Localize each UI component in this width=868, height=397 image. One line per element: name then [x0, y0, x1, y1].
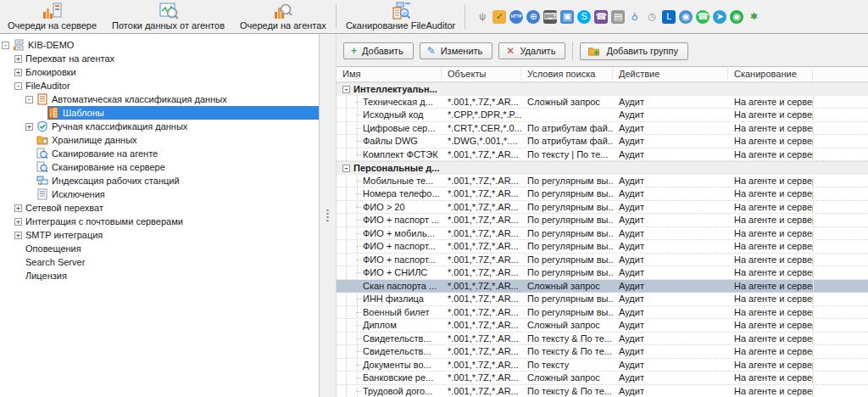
tree-item[interactable]: Индексация рабочих станций: [0, 174, 319, 187]
whatsapp-icon[interactable]: ☎: [696, 10, 709, 24]
tree-item[interactable]: +Блокировки: [0, 65, 319, 79]
table-row[interactable]: Военный билет*.001,*.7Z,*.AR...По регуля…: [337, 306, 868, 320]
agent-queues-button[interactable]: Очереди на агентах: [232, 0, 334, 33]
expand-icon[interactable]: +: [14, 232, 22, 239]
table-row[interactable]: Файлы DWG*.DWG,*.001,*....По атрибутам ф…: [337, 135, 868, 148]
tree-item[interactable]: Исключения: [0, 187, 319, 201]
tree-item[interactable]: Оповещения: [0, 242, 319, 255]
folder-check-icon[interactable]: ✓: [492, 10, 506, 24]
table-row[interactable]: Скан паспорта ...*.001,*.7Z,*.AR...Сложн…: [337, 280, 868, 294]
cell-scan: На агенте и сервере: [728, 345, 813, 358]
table-row[interactable]: Техническая д...*.001,*.7Z,*.AR...Сложны…: [337, 96, 868, 109]
cell-action: Аудит: [613, 385, 728, 397]
table-row[interactable]: Номера телефо...*.001,*.7Z,*.AR...По рег…: [337, 187, 868, 201]
add-group-button[interactable]: Добавить группу: [580, 42, 688, 60]
tree-item[interactable]: Сканирование на сервере: [0, 160, 319, 174]
column-header-name[interactable]: Имя: [337, 67, 442, 81]
telegram-icon[interactable]: ➤: [713, 10, 726, 24]
agent-data-flows-button[interactable]: Потоки данных от агентов: [104, 0, 232, 33]
server-icon: [13, 39, 25, 51]
table-row[interactable]: ФИО + паспорт ...*.001,*.7Z,*.AR...По ре…: [337, 214, 868, 227]
viber-icon[interactable]: ☎: [594, 10, 608, 24]
svg-text:@: @: [402, 11, 407, 16]
expand-icon[interactable]: +: [14, 69, 22, 76]
cell-name: Диплом: [337, 319, 442, 332]
add-button[interactable]: + Добавить: [343, 42, 414, 59]
cell-name: ИНН физлица: [337, 293, 442, 305]
usb-icon[interactable]: ψ: [476, 10, 489, 24]
cell-objects: *.001,*.7Z,*.AR...: [442, 96, 521, 109]
http-icon[interactable]: HTTP: [509, 10, 523, 24]
tree-item[interactable]: Хранилище данных: [0, 133, 319, 147]
cell-filler: [813, 385, 868, 397]
keyboard-icon[interactable]: ⌨: [543, 10, 557, 24]
cell-objects: *.001,*.7Z,*.AR...: [442, 306, 521, 319]
table-row[interactable]: ФИО + СНИЛС*.001,*.7Z,*.AR...По регулярн…: [337, 266, 868, 280]
cell-search: Сложный запрос: [521, 280, 613, 293]
skype-icon[interactable]: S: [577, 10, 591, 24]
table-row[interactable]: Банковские ре...*.001,*.7Z,*.AR...Сложны…: [337, 372, 868, 385]
table-row[interactable]: ФИО + мобиль...*.001,*.7Z,*.AR...По регу…: [337, 227, 868, 241]
webcam-icon[interactable]: ◉: [679, 10, 693, 24]
server-queues-button[interactable]: Очереди на сервере: [0, 0, 104, 33]
table-row[interactable]: Мобильные те...*.001,*.7Z,*.AR...По регу…: [337, 175, 868, 188]
cell-objects: *.CPP,*.DPR,*.P...: [442, 109, 521, 121]
tree-item[interactable]: -Автоматическая классификация данных: [0, 92, 319, 106]
cell-filler: [813, 345, 868, 358]
collapse-icon[interactable]: -: [25, 96, 33, 103]
lync-icon[interactable]: L: [662, 10, 676, 24]
clock-icon[interactable]: ◷: [645, 10, 659, 24]
cell-name: Трудовой дого...: [337, 385, 442, 397]
tree-item[interactable]: +Ручная классификация данных: [0, 120, 319, 133]
tree-item[interactable]: +Интеграция с почтовыми серверами: [0, 215, 319, 228]
collapse-icon[interactable]: -: [14, 82, 22, 90]
monitor-icon[interactable]: ▣: [560, 10, 574, 24]
collapse-icon[interactable]: -: [2, 42, 9, 49]
globe-icon[interactable]: ⊕: [526, 10, 540, 24]
table-row[interactable]: ИНН физлица*.001,*.7Z,*.AR...По регулярн…: [337, 293, 868, 306]
tree-item[interactable]: -FileAuditor: [0, 79, 319, 92]
table-row[interactable]: ФИО + паспорт...*.001,*.7Z,*.AR...По рег…: [337, 254, 868, 267]
cell-scan: На агенте и сервере: [728, 109, 813, 121]
tree-item[interactable]: +Сетевой перехват: [0, 201, 319, 215]
column-header-scan[interactable]: Сканирование: [728, 67, 813, 81]
table-row[interactable]: Цифровые сер...*.CRT,*.CER,*.0...По атри…: [337, 122, 868, 136]
edit-button[interactable]: ✎ Изменить: [420, 42, 493, 59]
table-group-row[interactable]: -Персональные д...: [337, 161, 868, 175]
tree-item[interactable]: +Перехват на агентах: [0, 52, 319, 65]
expand-icon[interactable]: +: [14, 218, 22, 226]
collapse-icon[interactable]: -: [342, 165, 350, 172]
video-call-icon[interactable]: ◉: [730, 10, 743, 24]
scan-fileauditor-button[interactable]: @ Сканирование FileAuditor: [338, 0, 463, 33]
table-row[interactable]: Исходный код*.CPP,*.DPR,*.P...АудитНа аг…: [337, 109, 868, 122]
table-row[interactable]: ФИО > 20*.001,*.7Z,*.AR...По регулярным …: [337, 201, 868, 215]
column-header-action[interactable]: Действие: [613, 67, 728, 81]
table-row[interactable]: ФИО + паспорт...*.001,*.7Z,*.AR...По рег…: [337, 240, 868, 254]
tree-item[interactable]: Search Server: [0, 255, 319, 269]
cell-search: По тексту & По те...: [521, 385, 613, 397]
cell-search: Сложный запрос: [521, 372, 613, 384]
printer-icon[interactable]: ▤: [611, 10, 625, 24]
table-row[interactable]: Комплект ФСТЭК*.001,*.7Z,*.AR...По текст…: [337, 148, 868, 162]
microphone-icon[interactable]: ⚲: [628, 10, 642, 24]
collapse-icon[interactable]: -: [342, 86, 350, 93]
table-row[interactable]: Свидетельств...*.001,*.7Z,*.AR...По текс…: [337, 345, 868, 359]
tree-item[interactable]: Лицензия: [0, 269, 319, 282]
tree-item[interactable]: -KIB-DEMO: [0, 38, 319, 52]
tree-item[interactable]: Сканирование на агенте: [0, 147, 319, 160]
tree-item[interactable]: +SMTP интеграция: [0, 228, 319, 242]
panel-splitter[interactable]: [320, 34, 337, 397]
table-row[interactable]: Трудовой дого...*.001,*.7Z,*.AR...По тек…: [337, 385, 868, 397]
expand-icon[interactable]: +: [14, 204, 22, 212]
table-row[interactable]: Документы во...*.001,*.7Z,*.AR...По текс…: [337, 359, 868, 372]
expand-icon[interactable]: +: [14, 55, 22, 63]
sticker-icon[interactable]: ✱: [747, 10, 760, 24]
table-group-row[interactable]: -Интеллектуальн...: [337, 82, 868, 96]
table-row[interactable]: Свидетельств...*.001,*.7Z,*.AR...По текс…: [337, 333, 868, 346]
expand-icon[interactable]: +: [25, 123, 33, 131]
table-row[interactable]: Диплом*.001,*.7Z,*.AR...Сложный запросАу…: [337, 319, 868, 333]
delete-button[interactable]: ✕ Удалить: [498, 42, 565, 59]
column-header-search[interactable]: Условия поиска: [521, 67, 613, 81]
tree-item[interactable]: Шаблоны: [0, 106, 319, 120]
column-header-objects[interactable]: Объекты: [442, 67, 521, 81]
